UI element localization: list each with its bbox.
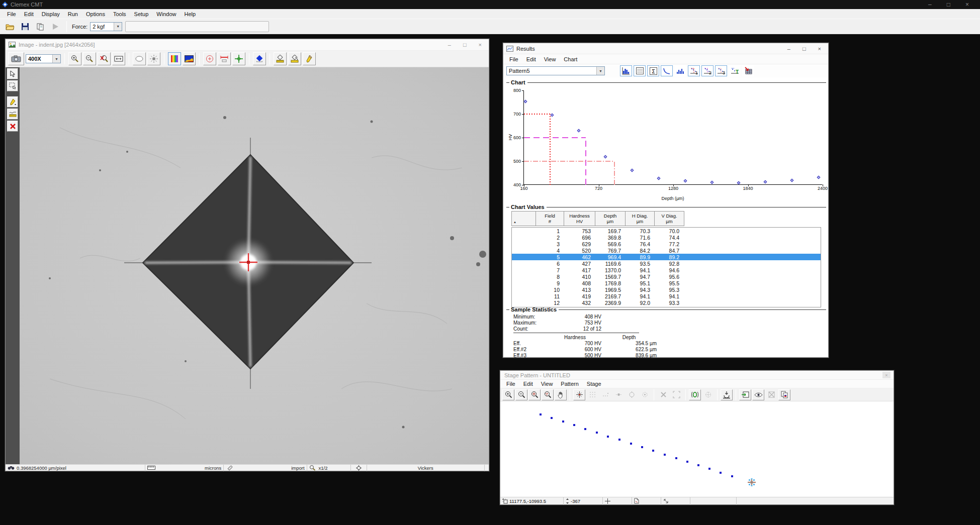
stage-grid-move-button[interactable]: [702, 389, 714, 400]
stage-menu-file[interactable]: File: [502, 380, 519, 388]
indent-button[interactable]: [253, 52, 266, 65]
stage-pattern-point[interactable]: [686, 461, 688, 463]
stage-add-point-button[interactable]: [573, 389, 585, 400]
stage-pattern-point[interactable]: [664, 454, 666, 456]
stage-pattern-point[interactable]: [562, 421, 564, 423]
results-menu-chart[interactable]: Chart: [560, 55, 581, 63]
copy-button[interactable]: [34, 21, 46, 33]
measure-indent-button[interactable]: [274, 52, 287, 65]
values-header-field[interactable]: Field#: [536, 212, 564, 226]
camera-button[interactable]: [8, 52, 24, 65]
results-titlebar[interactable]: Results – □ ×: [503, 43, 828, 54]
pattern-select[interactable]: Pattern5 ▼: [506, 66, 605, 75]
app-menu-edit[interactable]: Edit: [20, 10, 38, 18]
stage-fit-button[interactable]: [670, 389, 682, 400]
save-button[interactable]: [19, 21, 31, 33]
app-close-button[interactable]: ×: [965, 1, 969, 8]
stage-titlebar[interactable]: Stage Pattern - UNTITLED ×: [500, 371, 894, 380]
image-window-titlebar[interactable]: Image - indent.jpg [2464x2056] – □ ×: [6, 39, 489, 51]
stage-pattern-point[interactable]: [720, 472, 722, 474]
stage-pattern-point[interactable]: [596, 432, 598, 434]
values-header-blank[interactable]: ▲: [512, 212, 536, 226]
stage-pattern-point[interactable]: [708, 468, 710, 470]
stage-grid-button[interactable]: [586, 389, 598, 400]
values-header-depth[interactable]: Depthµm: [595, 212, 626, 226]
results-minimize-button[interactable]: –: [787, 46, 790, 52]
threshold-button[interactable]: T: [729, 65, 741, 76]
stage-pattern-point[interactable]: [630, 443, 632, 445]
table-row[interactable]: 5462969.489.989.2: [512, 254, 821, 260]
stage-pattern-point[interactable]: [652, 450, 654, 452]
effective-depth3-button[interactable]: 3: [715, 65, 727, 76]
table-row[interactable]: 3629569.676.477.2: [512, 241, 821, 247]
brightness-button[interactable]: [147, 52, 160, 65]
results-menu-view[interactable]: View: [540, 55, 560, 63]
stage-menu-view[interactable]: View: [537, 380, 557, 388]
stage-pattern-point[interactable]: [573, 424, 575, 426]
stage-close-button[interactable]: ×: [882, 372, 890, 378]
force-select[interactable]: 2 kgf ▼: [90, 22, 122, 31]
stage-pattern-point[interactable]: [618, 439, 620, 441]
app-minimize-button[interactable]: –: [928, 1, 932, 8]
app-maximize-button[interactable]: □: [947, 1, 950, 8]
stage-position-button[interactable]: [232, 52, 245, 65]
stage-clear-button[interactable]: [765, 389, 777, 400]
micrograph-canvas[interactable]: [20, 67, 489, 464]
stage-pattern-point[interactable]: [697, 464, 699, 466]
app-menu-file[interactable]: File: [3, 10, 20, 18]
list-view-button[interactable]: [634, 65, 646, 76]
table-row[interactable]: 4520769.784.284.7: [512, 247, 821, 254]
open-button[interactable]: [4, 21, 16, 33]
table-row[interactable]: 124322369.992.093.3: [512, 299, 821, 306]
run-button[interactable]: [49, 21, 61, 33]
chevron-down-icon[interactable]: ▼: [596, 67, 604, 75]
export-table-button[interactable]: [742, 65, 754, 76]
magnification-select[interactable]: 400X ▼: [26, 54, 61, 63]
stage-zoom-in-button[interactable]: [502, 389, 514, 400]
table-row[interactable]: 2696369.871.674.4: [512, 234, 821, 241]
effective-depth1-button[interactable]: 1: [688, 65, 700, 76]
stage-copy-button[interactable]: [778, 389, 790, 400]
stage-preview-button[interactable]: [752, 389, 764, 400]
stage-menu-edit[interactable]: Edit: [519, 380, 537, 388]
effective-depth2-button[interactable]: 2: [701, 65, 714, 76]
app-menu-tools[interactable]: Tools: [109, 10, 130, 18]
stage-zoom-out-button[interactable]: [515, 389, 527, 400]
table-row[interactable]: 64271169.693.592.8: [512, 260, 821, 267]
app-menu-display[interactable]: Display: [38, 10, 64, 18]
stage-delete-button[interactable]: [657, 389, 669, 400]
stage-import-button[interactable]: [739, 389, 751, 400]
values-header-v-diag-[interactable]: V Diag.µm: [655, 212, 684, 226]
zoom-in-button[interactable]: [68, 52, 81, 65]
values-header-hardness[interactable]: HardnessHV: [564, 212, 595, 226]
results-menu-edit[interactable]: Edit: [522, 55, 540, 63]
zoom-out-button[interactable]: [83, 52, 96, 65]
stage-pattern-point[interactable]: [584, 428, 586, 430]
stage-point-pattern-button[interactable]: [612, 389, 625, 400]
stage-pattern-point[interactable]: [551, 417, 553, 419]
stage-trace-button[interactable]: [689, 389, 701, 400]
measure-ruler-button[interactable]: [218, 52, 231, 65]
chevron-down-icon[interactable]: ▼: [52, 55, 60, 63]
results-menu-file[interactable]: File: [505, 55, 522, 63]
pointer-tool-button[interactable]: [7, 68, 18, 79]
histogram-button[interactable]: [674, 65, 686, 76]
stage-pattern-canvas[interactable]: [500, 401, 894, 497]
stage-zoom-point-button[interactable]: [528, 389, 541, 400]
chevron-down-icon[interactable]: ▼: [114, 23, 122, 31]
target-circle-button[interactable]: [203, 52, 216, 65]
delete-tool-button[interactable]: [7, 121, 18, 132]
stage-home-button[interactable]: [721, 389, 733, 400]
table-row[interactable]: 104131969.594.395.3: [512, 286, 821, 293]
chart-view-button[interactable]: [620, 65, 632, 76]
table-row[interactable]: 114192169.794.194.1: [512, 293, 821, 299]
curve-view-button[interactable]: [661, 65, 673, 76]
stage-pattern-point[interactable]: [675, 457, 677, 459]
table-row[interactable]: 94081769.895.195.5: [512, 280, 821, 286]
stage-menu-stage[interactable]: Stage: [583, 380, 605, 388]
measure-curve-tool-button[interactable]: [7, 109, 18, 120]
results-maximize-button[interactable]: □: [803, 46, 806, 52]
marquee-tool-button[interactable]: [7, 80, 18, 91]
table-row[interactable]: 1753169.770.370.0: [512, 228, 821, 234]
image-minimize-button[interactable]: –: [448, 42, 451, 48]
